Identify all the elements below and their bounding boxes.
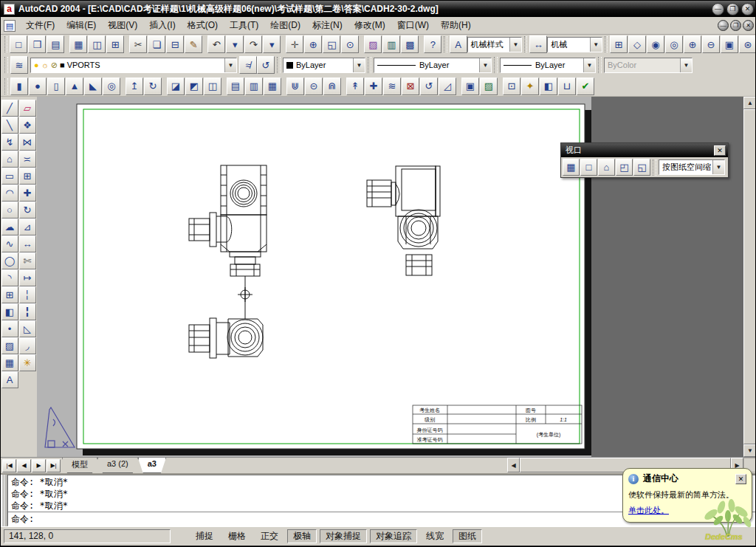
construction-line-button[interactable]: ╲ xyxy=(1,117,18,134)
chevron-down-icon[interactable]: ▼ xyxy=(590,38,602,52)
chevron-down-icon[interactable]: ▼ xyxy=(353,58,365,72)
viewports-toolbar-titlebar[interactable]: 视口 ✕ xyxy=(561,143,728,157)
close-icon[interactable]: ✕ xyxy=(735,474,746,484)
mirror-button[interactable]: ⋈ xyxy=(19,134,36,151)
convert-to-viewport-button[interactable]: ◰ xyxy=(616,159,633,176)
arc-button[interactable]: ◠ xyxy=(1,185,18,202)
toolbar-grip[interactable] xyxy=(4,36,7,52)
cut-button[interactable]: ✂ xyxy=(129,35,147,53)
wedge-button[interactable]: ◣ xyxy=(84,78,102,95)
separator-button[interactable] xyxy=(222,78,226,95)
polygon-button[interactable]: ⌂ xyxy=(1,151,18,168)
break-button[interactable]: ╏ xyxy=(19,303,36,320)
make-object-layer-current-button[interactable]: ≉ xyxy=(239,56,257,74)
ortho-toggle[interactable]: 正交 xyxy=(255,529,284,543)
separator-button[interactable] xyxy=(419,35,423,53)
restore-button[interactable]: ❐ xyxy=(726,3,739,16)
revolve-button[interactable]: ↻ xyxy=(144,78,162,95)
separator-button[interactable] xyxy=(162,78,166,95)
zoom-extents-button[interactable]: ⊛ xyxy=(739,35,756,53)
plot-preview-button[interactable]: ◫ xyxy=(88,35,106,53)
designcenter-button[interactable]: ▥ xyxy=(382,35,400,53)
union-button[interactable]: ⋓ xyxy=(286,78,304,95)
match-properties-button[interactable]: ✎ xyxy=(185,35,202,53)
separator-button[interactable] xyxy=(457,78,461,95)
offset-button[interactable]: ≍ xyxy=(19,151,36,168)
close-button[interactable]: ✕ xyxy=(741,3,754,16)
text-style-button[interactable]: A xyxy=(450,35,467,53)
redo-button[interactable]: ↷ xyxy=(244,35,262,53)
array-button[interactable]: ⊞ xyxy=(19,168,36,185)
zoom-center-button[interactable]: ◎ xyxy=(665,35,683,53)
clip-viewport-button[interactable]: ◱ xyxy=(633,159,650,176)
chevron-down-icon[interactable]: ▼ xyxy=(224,58,236,72)
cylinder-button[interactable]: ▯ xyxy=(47,78,65,95)
rectangle-button[interactable]: ▭ xyxy=(1,168,18,185)
layer-freeze-icon[interactable]: ☼ xyxy=(41,61,49,69)
drawing-canvas[interactable]: 考生姓名 级别 身份证号码 准考证号码 图号 比例 1:1 (考生单位) 视口 … xyxy=(37,97,743,457)
check-button[interactable]: ✔ xyxy=(577,78,594,95)
point-button[interactable]: • xyxy=(1,320,18,337)
insert-menu[interactable]: 插入(I) xyxy=(143,17,181,34)
move-button[interactable]: ✚ xyxy=(19,185,36,202)
toolbar-grip[interactable] xyxy=(605,36,608,52)
prev-tab-button[interactable]: ◀ xyxy=(17,459,31,472)
break-at-point-button[interactable]: ╎ xyxy=(19,286,36,303)
modify-menu[interactable]: 修改(M) xyxy=(348,17,391,34)
setup-drawing-button[interactable]: ▤ xyxy=(227,78,244,95)
viewport-scale-combo[interactable]: 按图纸空间缩 ▼ xyxy=(659,159,725,175)
zoom-scale-button[interactable]: ◉ xyxy=(647,35,664,53)
paste-button[interactable]: ⊟ xyxy=(166,35,184,53)
extrude-faces-button[interactable]: ↟ xyxy=(346,78,364,95)
tool-palettes-button[interactable]: ▩ xyxy=(401,35,419,53)
offset-faces-button[interactable]: ≋ xyxy=(383,78,401,95)
extend-button[interactable]: ↦ xyxy=(19,269,36,286)
new-button[interactable]: □ xyxy=(10,35,27,53)
properties-button[interactable]: ▨ xyxy=(364,35,382,53)
clean-button[interactable]: ✦ xyxy=(521,78,539,95)
toolbar-grip[interactable] xyxy=(4,57,8,73)
slice-button[interactable]: ◪ xyxy=(167,78,185,95)
layer-on-icon[interactable]: ● xyxy=(34,61,39,69)
zoom-previous-button[interactable]: ⊙ xyxy=(341,35,359,53)
dim-style-combo[interactable]: 机械 ▼ xyxy=(547,37,602,52)
viewports-dialog-button[interactable]: ▦ xyxy=(563,159,580,176)
shell-button[interactable]: ⊔ xyxy=(558,78,576,95)
separator-button[interactable] xyxy=(282,78,286,95)
scroll-left-icon[interactable]: ◀ xyxy=(507,458,520,472)
child-restore-button[interactable]: ❐ xyxy=(730,20,741,31)
minimize-button[interactable]: — xyxy=(712,3,724,16)
vertical-scroll-thumb[interactable] xyxy=(743,109,756,444)
ellipse-button[interactable]: ◯ xyxy=(1,252,18,269)
separator-button[interactable] xyxy=(360,35,363,53)
section-button[interactable]: ◩ xyxy=(185,78,203,95)
plot-button[interactable]: ▦ xyxy=(69,35,87,53)
undo-dropdown-button[interactable]: ▾ xyxy=(226,35,244,53)
coordinate-readout[interactable]: 141, 128, 0 xyxy=(4,529,171,543)
undo-button[interactable]: ↶ xyxy=(207,35,225,53)
ellipse-arc-button[interactable]: ◝ xyxy=(1,269,18,286)
hatch-button[interactable]: ▨ xyxy=(1,337,18,354)
scroll-up-icon[interactable]: ▲ xyxy=(743,97,756,109)
layer-manager-button[interactable]: ≋ xyxy=(10,56,28,74)
toolbar-grip[interactable] xyxy=(524,36,527,52)
copy-button[interactable]: ❏ xyxy=(148,35,165,53)
lineweight-combo[interactable]: ByLayer ▼ xyxy=(500,58,596,73)
file-menu[interactable]: 文件(F) xyxy=(20,17,61,34)
chamfer-button[interactable]: ◺ xyxy=(19,320,36,337)
setup-view-button[interactable]: ▥ xyxy=(245,78,263,95)
color-faces-button[interactable]: ▨ xyxy=(480,78,498,95)
color-combo[interactable]: ByLayer ▼ xyxy=(283,58,365,73)
pan-realtime-button[interactable]: ✛ xyxy=(286,35,303,53)
layer-combo[interactable]: ●☼⊘■ VPORTS ▼ xyxy=(30,58,237,73)
separator-button[interactable] xyxy=(121,78,125,95)
layer-color-swatch[interactable]: ■ xyxy=(60,61,65,69)
child-close-button[interactable]: ✕ xyxy=(743,20,754,31)
toolbar-grip[interactable] xyxy=(368,57,371,73)
scale-button[interactable]: ⊿ xyxy=(19,219,36,235)
circle-button[interactable]: ○ xyxy=(1,202,18,219)
zoom-dynamic-button[interactable]: ◇ xyxy=(628,35,646,53)
text-style-combo[interactable]: 机械样式 ▼ xyxy=(467,37,522,52)
lineweight-toggle[interactable]: 线宽 xyxy=(420,529,450,543)
separator-button[interactable] xyxy=(498,78,502,95)
